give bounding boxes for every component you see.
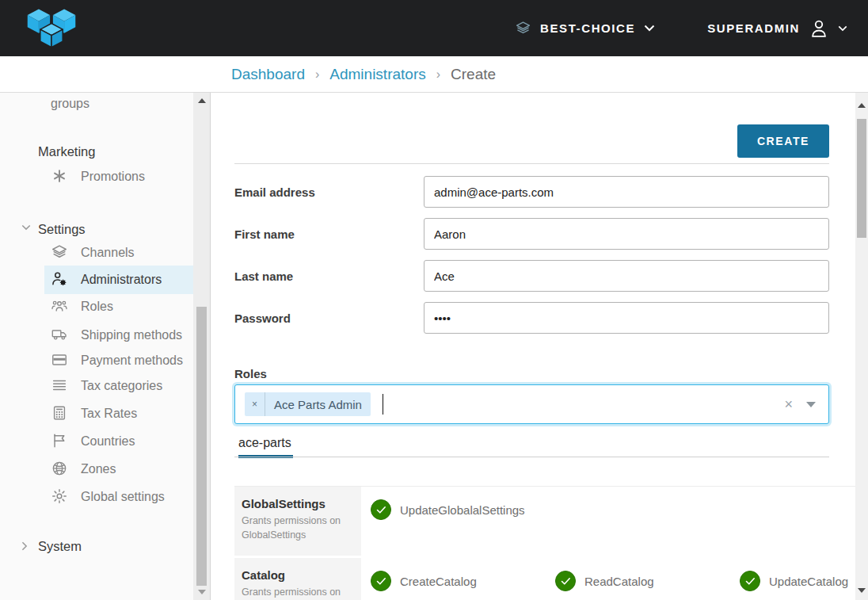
permission-toggle[interactable]: UpdateCatalog — [730, 571, 855, 591]
list-icon — [51, 376, 68, 394]
main-scrollbar[interactable] — [855, 93, 868, 600]
permission-group-title: Catalog — [242, 568, 353, 582]
dropdown-arrow-icon[interactable] — [806, 402, 816, 407]
password-label: Password — [234, 311, 424, 325]
main-content: CREATE Email address First name Last nam… — [211, 93, 855, 600]
check-circle-icon — [371, 499, 391, 520]
triangle-down-icon — [198, 590, 206, 594]
user-icon — [808, 17, 830, 40]
role-chip: × Ace Parts Admin — [245, 392, 371, 416]
channel-tabs: ace-parts — [234, 435, 829, 457]
channel-switcher[interactable]: BEST-CHOICE — [515, 20, 655, 36]
form-row-last-name: Last name — [234, 260, 829, 292]
sidebar-item-shipping-methods[interactable]: Shipping methods — [44, 326, 193, 345]
sidebar-item-roles[interactable]: Roles — [44, 297, 193, 316]
topbar: BEST-CHOICE SUPERADMIN — [0, 0, 868, 56]
roles-select[interactable]: × Ace Parts Admin × — [234, 384, 829, 424]
form-row-first-name: First name — [234, 218, 829, 250]
sidebar-section-marketing: Marketing — [0, 142, 193, 161]
first-name-label: First name — [234, 227, 424, 241]
permission-toggle[interactable]: ReadCatalog — [546, 571, 730, 591]
sidebar-scrollbar-thumb[interactable] — [196, 307, 207, 586]
divider — [234, 163, 829, 164]
permission-toggle[interactable]: CreateCatalog — [361, 571, 546, 591]
users-icon — [51, 297, 68, 315]
user-label: SUPERADMIN — [707, 21, 800, 35]
channel-label: BEST-CHOICE — [540, 21, 635, 35]
sidebar: groups Marketing Promotions Settings Cha… — [0, 93, 193, 600]
sidebar-section-system[interactable]: System — [0, 537, 193, 556]
breadcrumb-separator: › — [315, 67, 319, 82]
check-circle-icon — [740, 571, 760, 591]
sidebar-item-zones[interactable]: Zones — [44, 460, 193, 479]
text-cursor — [383, 394, 384, 415]
sidebar-item-tax-categories[interactable]: Tax categories — [44, 376, 193, 396]
truck-icon — [51, 326, 68, 343]
sidebar-item-customer-groups-partial[interactable]: groups — [44, 94, 193, 113]
sidebar-item-promotions[interactable]: Promotions — [44, 167, 193, 186]
permission-group-title: GlobalSettings — [242, 497, 353, 510]
tab-ace-parts[interactable]: ace-parts — [238, 436, 293, 458]
password-field[interactable] — [424, 302, 829, 334]
user-gear-icon — [51, 270, 68, 288]
layers-icon — [51, 243, 68, 261]
gear-icon — [51, 487, 68, 505]
triangle-up-icon — [198, 98, 206, 103]
table-row: Catalog Grants permissions on Products, … — [234, 558, 855, 600]
sidebar-item-countries[interactable]: Countries — [44, 432, 193, 451]
calculator-icon — [51, 404, 68, 422]
chevron-down-icon — [838, 25, 847, 32]
permission-label: ReadCatalog — [584, 575, 654, 588]
sidebar-item-global-settings[interactable]: Global settings — [44, 487, 193, 506]
clear-selection-icon[interactable]: × — [784, 397, 793, 411]
app-logo-icon[interactable] — [24, 6, 79, 54]
scroll-down-button[interactable] — [855, 583, 868, 598]
permissions-table: GlobalSettings Grants permissions on Glo… — [234, 486, 855, 600]
chip-remove-icon[interactable]: × — [245, 392, 265, 416]
permission-toggle[interactable]: UpdateGlobalalSettings — [361, 499, 546, 520]
sidebar-item-administrators[interactable]: Administrators — [44, 266, 193, 294]
asterisk-icon — [51, 167, 68, 185]
breadcrumb: Dashboard › Administrators › Create — [0, 56, 868, 93]
scroll-up-button[interactable] — [193, 93, 210, 109]
last-name-field[interactable] — [424, 260, 829, 292]
flag-icon — [51, 432, 68, 449]
chevron-down-icon — [21, 224, 31, 231]
breadcrumb-current: Create — [451, 66, 496, 83]
chevron-right-icon — [21, 541, 28, 551]
layers-icon — [515, 20, 531, 36]
create-button[interactable]: CREATE — [737, 124, 829, 158]
main-scrollbar-thumb[interactable] — [857, 119, 866, 238]
last-name-label: Last name — [234, 269, 424, 283]
permission-group-header: GlobalSettings Grants permissions on Glo… — [234, 487, 361, 556]
breadcrumb-dashboard[interactable]: Dashboard — [231, 66, 305, 83]
permission-label: CreateCatalog — [400, 575, 477, 588]
first-name-field[interactable] — [424, 218, 829, 250]
triangle-up-icon — [858, 103, 866, 108]
sidebar-item-tax-rates[interactable]: Tax Rates — [44, 404, 193, 423]
triangle-down-icon — [858, 588, 866, 593]
tabs-divider — [234, 457, 829, 457]
breadcrumb-administrators[interactable]: Administrators — [329, 66, 425, 83]
scroll-up-button[interactable] — [855, 97, 868, 113]
breadcrumb-separator: › — [436, 67, 440, 82]
role-chip-label: Ace Parts Admin — [265, 392, 371, 416]
credit-card-icon — [51, 351, 68, 369]
sidebar-scrollbar[interactable] — [193, 93, 211, 600]
permission-label: UpdateGlobalalSettings — [400, 503, 525, 517]
table-row: GlobalSettings Grants permissions on Glo… — [234, 486, 855, 556]
sidebar-item-payment-methods[interactable]: Payment methods — [44, 351, 193, 370]
scroll-down-button[interactable] — [193, 584, 210, 600]
sidebar-section-settings[interactable]: Settings — [0, 220, 193, 239]
permission-label: UpdateCatalog — [769, 575, 848, 588]
chevron-down-icon — [644, 25, 655, 32]
user-menu[interactable]: SUPERADMIN — [707, 17, 847, 40]
check-circle-icon — [371, 571, 391, 591]
permission-group-description: Grants permissions on GlobalSettings — [242, 514, 353, 542]
sidebar-item-channels[interactable]: Channels — [44, 243, 193, 262]
email-field[interactable] — [424, 176, 829, 208]
check-circle-icon — [555, 571, 576, 591]
permission-group-description: Grants permissions on Products, Facets — [242, 585, 353, 600]
roles-label: Roles — [234, 367, 829, 380]
globe-icon — [51, 460, 68, 477]
